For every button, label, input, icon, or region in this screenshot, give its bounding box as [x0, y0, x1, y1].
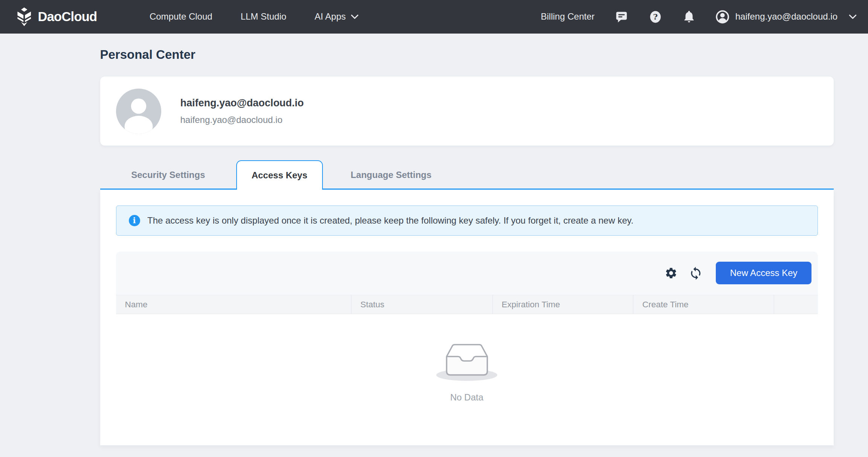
table-header-row: Name Status Expiration Time Create Time — [116, 295, 818, 314]
info-alert: i The access key is only displayed once … — [116, 205, 818, 236]
bell-icon[interactable] — [682, 10, 696, 23]
nav-item-llm-studio[interactable]: LLM Studio — [241, 11, 286, 22]
tab-access-keys[interactable]: Access Keys — [236, 160, 323, 190]
app-root: DaoCloud Compute Cloud LLM Studio AI App… — [0, 0, 868, 457]
settings-tabs: Security Settings Access Keys Language S… — [100, 160, 834, 190]
svg-text:?: ? — [653, 12, 657, 21]
table-body: No Data — [116, 314, 818, 429]
navbar-user-email: haifeng.yao@daocloud.io — [735, 11, 837, 22]
refresh-icon[interactable] — [689, 266, 703, 281]
daocloud-logo[interactable]: DaoCloud — [15, 7, 97, 27]
access-keys-table-card: New Access Key Name Status Expiration Ti… — [116, 252, 818, 430]
new-access-key-button[interactable]: New Access Key — [716, 262, 811, 284]
access-keys-panel: i The access key is only displayed once … — [100, 190, 834, 445]
nav-item-billing-center[interactable]: Billing Center — [541, 11, 595, 22]
nav-item-label: AI Apps — [315, 11, 346, 22]
logo-text: DaoCloud — [38, 9, 97, 24]
table-toolbar: New Access Key — [116, 252, 818, 295]
daocloud-logo-icon — [15, 7, 33, 27]
profile-card: haifeng.yao@daocloud.io haifeng.yao@daoc… — [100, 77, 834, 146]
column-header-name: Name — [116, 295, 351, 314]
message-icon[interactable] — [614, 10, 629, 24]
info-alert-text: The access key is only displayed once it… — [147, 215, 633, 226]
column-header-status: Status — [351, 295, 492, 314]
help-icon[interactable]: ? — [648, 10, 663, 24]
top-navbar: DaoCloud Compute Cloud LLM Studio AI App… — [0, 0, 868, 34]
nav-item-label: Billing Center — [541, 11, 595, 22]
empty-inbox-icon — [436, 342, 497, 379]
empty-state-text: No Data — [450, 392, 483, 403]
nav-item-label: LLM Studio — [241, 11, 286, 22]
column-header-actions — [774, 295, 818, 314]
gear-icon[interactable] — [665, 267, 678, 280]
main-content: Personal Center haifeng.yao@daocloud.io … — [100, 48, 834, 445]
chevron-down-icon — [849, 14, 857, 20]
column-header-create-time: Create Time — [633, 295, 774, 314]
info-icon: i — [129, 215, 140, 226]
page-title: Personal Center — [100, 48, 834, 62]
primary-nav: Compute Cloud LLM Studio AI Apps — [150, 11, 359, 22]
chevron-down-icon — [351, 14, 359, 20]
user-avatar-icon — [715, 10, 730, 24]
nav-item-label: Compute Cloud — [150, 11, 212, 22]
navbar-right: Billing Center ? — [541, 10, 857, 24]
profile-email: haifeng.yao@daocloud.io — [180, 115, 304, 125]
nav-item-ai-apps[interactable]: AI Apps — [315, 11, 359, 22]
empty-state: No Data — [436, 342, 497, 403]
tab-security-settings[interactable]: Security Settings — [100, 160, 237, 190]
nav-item-compute-cloud[interactable]: Compute Cloud — [150, 11, 212, 22]
profile-info: haifeng.yao@daocloud.io haifeng.yao@daoc… — [180, 97, 304, 125]
tab-language-settings[interactable]: Language Settings — [323, 160, 460, 190]
profile-avatar — [116, 89, 161, 134]
profile-name: haifeng.yao@daocloud.io — [180, 97, 304, 109]
user-menu[interactable]: haifeng.yao@daocloud.io — [715, 10, 857, 24]
column-header-expiration-time: Expiration Time — [492, 295, 633, 314]
